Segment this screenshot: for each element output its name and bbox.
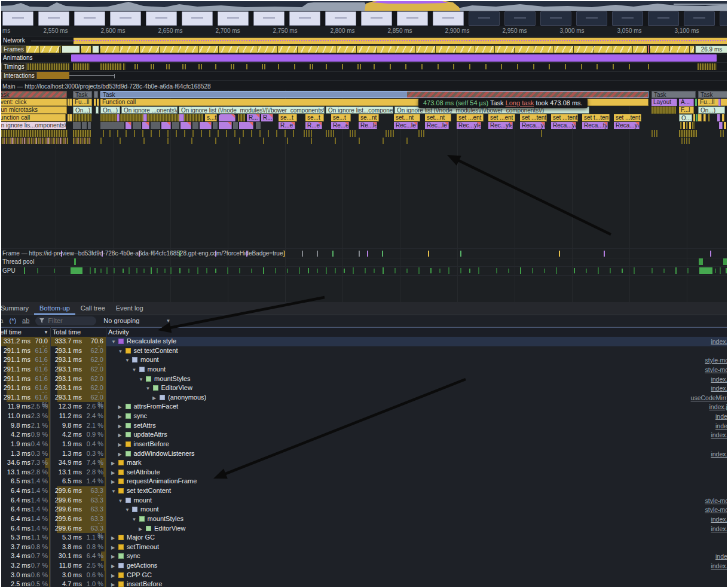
flame-segment[interactable]: A... (679, 99, 694, 106)
collapse-arrow-icon[interactable]: ▼ (132, 367, 137, 373)
activity-label[interactable]: mount (140, 505, 159, 513)
flame-segment[interactable] (219, 122, 232, 129)
activity-label[interactable]: insertBefore (127, 580, 162, 587)
table-row[interactable]: 291.1 ms61.6 %293.1 ms62.0 %▶(anonymous)… (0, 393, 728, 403)
flame-segment[interactable]: Rec...yle (457, 122, 481, 129)
activity-label[interactable]: mark (127, 459, 141, 466)
source-link[interactable]: index.js (711, 516, 728, 523)
flame-segment[interactable] (126, 122, 131, 129)
table-row[interactable]: 291.1 ms61.6 %293.1 ms62.0 %▼set textCon… (0, 346, 728, 356)
tab-event-log[interactable]: Event log (111, 302, 149, 315)
screenshot-filmstrip[interactable] (0, 11, 728, 26)
flame-segment[interactable]: set...nt (425, 114, 451, 121)
collapse-arrow-icon[interactable]: ▼ (125, 358, 130, 363)
activity-label[interactable]: setAttrs (134, 422, 156, 429)
flame-segment[interactable] (82, 122, 87, 129)
flame-segment[interactable]: Reca...yle (520, 122, 545, 129)
tab-summary[interactable]: Summary (0, 302, 34, 315)
flame-segment[interactable]: Task (0, 91, 67, 98)
regex-toggle[interactable]: (*) (9, 317, 16, 324)
source-link[interactable]: index.js (711, 562, 728, 569)
filmstrip-thumbnail[interactable] (2, 11, 33, 26)
tab-bottom-up[interactable]: Bottom-up (34, 302, 75, 315)
flame-segment[interactable] (97, 99, 99, 106)
collapse-arrow-icon[interactable]: ▼ (132, 517, 137, 522)
flame-segment[interactable] (683, 122, 685, 129)
flame-segment[interactable]: set t...tent (582, 114, 610, 121)
flame-segment[interactable] (724, 122, 726, 129)
flame-segment[interactable] (680, 122, 682, 129)
flame-segment[interactable]: F...l (679, 106, 694, 114)
expand-arrow-icon[interactable]: ▶ (111, 563, 115, 569)
flame-segment[interactable] (161, 122, 171, 129)
frame-segment[interactable] (650, 45, 695, 53)
flame-segment[interactable] (256, 122, 261, 129)
flame-segment[interactable]: se...t (331, 114, 351, 121)
filmstrip-thumbnail[interactable] (38, 11, 69, 26)
table-row[interactable]: 1.3 ms0.3 %1.3 ms0.3 %▶addWindowListener… (0, 449, 728, 459)
flame-segment[interactable]: Re...le (359, 122, 377, 129)
table-row[interactable]: 11.0 ms2.3 %11.2 ms2.4 %▶syncindex. (0, 412, 728, 421)
flame-segment[interactable] (696, 114, 698, 121)
activity-label[interactable]: attrsFromFacet (134, 403, 179, 410)
frame-segment[interactable] (100, 45, 647, 53)
activity-label[interactable]: sync (127, 552, 140, 559)
activity-label[interactable]: Major GC (127, 534, 155, 541)
flame-segment[interactable] (143, 114, 147, 121)
total-time-header[interactable]: Total time (53, 328, 81, 336)
filmstrip-thumbnail[interactable] (684, 11, 715, 26)
flame-segment[interactable] (179, 114, 184, 121)
expand-arrow-icon[interactable]: ▶ (111, 470, 115, 476)
flame-segment[interactable] (703, 114, 706, 121)
expand-arrow-icon[interactable]: ▶ (118, 404, 122, 410)
flame-segment[interactable] (722, 114, 724, 121)
flame-segment[interactable] (719, 122, 723, 129)
flame-segment[interactable]: set ...ent (488, 114, 515, 121)
filmstrip-thumbnail[interactable] (218, 11, 249, 26)
thread-pool-track[interactable]: Thread pool (0, 257, 728, 267)
flame-segment[interactable] (718, 99, 721, 106)
flame-segment[interactable]: Function call (0, 114, 66, 121)
table-row[interactable]: 1.9 ms0.4 %1.9 ms0.4 %▶insertBefore (0, 440, 728, 449)
activity-label[interactable]: setAttribute (127, 468, 160, 476)
source-link[interactable]: index.js: (709, 403, 728, 410)
match-case-toggle[interactable]: Aa (0, 317, 3, 324)
flame-segment[interactable]: Reca...yle (551, 122, 576, 129)
flame-segment[interactable] (70, 114, 72, 121)
flame-segment[interactable] (94, 99, 96, 106)
expand-arrow-icon[interactable]: ▶ (111, 554, 115, 559)
flame-segment[interactable]: set ...tent (551, 114, 578, 121)
expand-arrow-icon[interactable]: ▶ (111, 461, 115, 466)
flame-segment[interactable]: Fu...ll (698, 99, 728, 106)
flame-segment[interactable] (73, 122, 81, 129)
expand-arrow-icon[interactable]: ▶ (139, 526, 142, 532)
flame-segment[interactable]: Reca...yle (614, 122, 640, 129)
source-link[interactable]: index. (715, 422, 728, 429)
flame-segment[interactable] (686, 122, 688, 129)
expand-arrow-icon[interactable]: ▶ (118, 432, 122, 438)
activity-label[interactable]: set textContent (134, 347, 178, 354)
main-thread-label[interactable]: Main — http://localhost:3000/projects/bd… (2, 83, 211, 90)
expand-arrow-icon[interactable]: ▶ (111, 582, 115, 587)
expand-arrow-icon[interactable]: ▶ (118, 452, 122, 457)
source-link[interactable]: style-mod (705, 357, 728, 364)
flame-segment[interactable]: R...e (305, 122, 322, 129)
frame-segment[interactable] (648, 45, 649, 53)
animations-track[interactable]: Animations (0, 54, 728, 63)
filmstrip-thumbnail[interactable] (648, 11, 679, 26)
flame-segment[interactable]: O... (679, 114, 692, 121)
source-link[interactable]: useCodeMirror (691, 394, 728, 401)
column-divider[interactable] (50, 327, 51, 588)
sort-desc-icon[interactable]: ▼ (44, 330, 48, 335)
activity-label[interactable]: updateAttrs (134, 431, 167, 438)
table-row[interactable]: 3.7 ms0.8 %3.8 ms0.8 %▶setTimeout (0, 543, 728, 552)
activity-label[interactable]: addWindowListeners (134, 450, 195, 457)
filmstrip-thumbnail[interactable] (720, 11, 728, 26)
gpu-track[interactable]: GPU (0, 266, 728, 276)
flame-segment[interactable] (698, 114, 702, 121)
source-link[interactable]: index.js (711, 385, 728, 392)
source-link[interactable]: index. (715, 413, 728, 420)
flame-segment[interactable] (238, 114, 245, 121)
flame-segment[interactable]: Task (651, 91, 696, 98)
filmstrip-thumbnail[interactable] (612, 11, 643, 26)
